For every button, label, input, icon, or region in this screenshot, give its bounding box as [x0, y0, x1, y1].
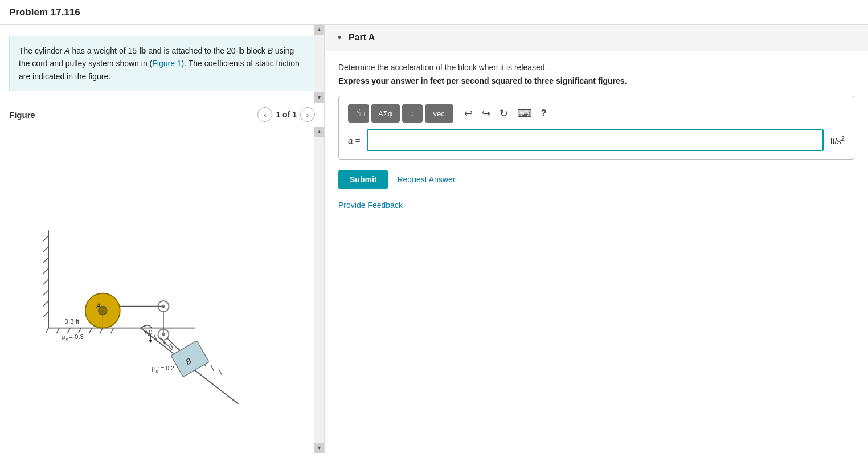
action-row: Submit Request Answer — [338, 170, 854, 189]
reset-icon: ↻ — [499, 107, 508, 120]
svg-line-2 — [56, 328, 59, 333]
reset-button[interactable]: ↻ — [496, 104, 511, 123]
sqrt-icon: □√□ — [353, 109, 365, 118]
svg-point-22 — [162, 304, 165, 308]
mu-s-prime-label: μ — [152, 365, 155, 372]
sigma-icon: ΑΣφ — [378, 109, 392, 118]
submit-button[interactable]: Submit — [338, 170, 388, 189]
figure-prev-button[interactable]: ‹ — [257, 107, 272, 122]
part-chevron-icon: ▼ — [336, 34, 343, 42]
math-btn-sigma[interactable]: ΑΣφ — [371, 104, 400, 123]
cylinder-a-label: A — [95, 302, 100, 310]
answer-input[interactable] — [367, 129, 824, 151]
math-btn-sqrt[interactable]: □√□ — [348, 104, 369, 123]
figure-scroll-container: A 0.3 ft μ s = 0.3 — [0, 127, 324, 453]
svg-line-7 — [110, 328, 113, 333]
problem-text-area: The cylinder A has a weight of 15 lb and… — [0, 25, 324, 103]
svg-line-16 — [43, 312, 48, 317]
vec-icon: vec — [433, 109, 445, 118]
page-indicator: 1 of 1 — [276, 110, 297, 119]
angle-label: 60° — [145, 329, 154, 336]
arrow-icon: ↕ — [410, 109, 414, 118]
svg-line-9 — [43, 235, 48, 241]
help-icon: ? — [541, 108, 547, 119]
toolbar-sep — [457, 107, 457, 120]
svg-line-14 — [43, 290, 48, 296]
part-content: Determine the acceleration of the block … — [325, 51, 868, 453]
figure-scroll-down[interactable]: ▼ — [314, 443, 325, 453]
svg-line-12 — [43, 268, 48, 274]
figure-next-button[interactable]: › — [300, 107, 315, 122]
mu-s-label: μ — [62, 333, 65, 340]
radius-label: 0.3 ft — [64, 318, 79, 325]
part-header: ▼ Part A — [325, 25, 868, 51]
answer-box: □√□ ΑΣφ ↕ vec ↩ ↪ — [338, 96, 854, 160]
figure-nav: ‹ 1 of 1 › — [257, 107, 315, 122]
unit-label: ft/s2 — [830, 134, 845, 146]
scroll-up-arrow[interactable]: ▲ — [314, 25, 325, 35]
text-scrollbar: ▲ ▼ — [314, 25, 324, 103]
svg-rect-39 — [171, 340, 209, 376]
svg-text:': ' — [158, 366, 159, 372]
svg-line-15 — [43, 301, 48, 307]
redo-button[interactable]: ↪ — [478, 104, 494, 123]
keyboard-button[interactable]: ⌨ — [514, 104, 535, 123]
mu-s-sub: s — [65, 336, 68, 342]
block-label-b: B — [268, 46, 273, 55]
cylinder-label-a: A — [64, 46, 69, 55]
figure-content: A 0.3 ft μ s = 0.3 — [0, 127, 324, 453]
svg-line-6 — [100, 328, 103, 333]
scroll-down-arrow[interactable]: ▼ — [314, 92, 325, 103]
figure-label: Figure — [9, 110, 35, 120]
part-label: Part A — [349, 32, 375, 43]
svg-line-35 — [211, 365, 214, 371]
undo-icon: ↩ — [464, 107, 473, 120]
figure-section: Figure ‹ 1 of 1 › — [0, 103, 324, 453]
help-button[interactable]: ? — [538, 104, 550, 123]
svg-line-36 — [219, 370, 222, 376]
figure-scrollbar: ▲ ▼ — [314, 127, 324, 453]
main-layout: The cylinder A has a weight of 15 lb and… — [0, 25, 868, 453]
svg-point-25 — [162, 333, 165, 336]
svg-text:s: s — [155, 368, 158, 373]
svg-line-10 — [43, 246, 48, 252]
svg-line-1 — [46, 328, 48, 333]
keyboard-icon: ⌨ — [517, 107, 532, 120]
question-text: Determine the acceleration of the block … — [338, 63, 854, 72]
svg-line-13 — [43, 279, 48, 285]
scroll-track-top — [314, 35, 325, 92]
figure-scroll-track — [314, 137, 325, 443]
redo-icon: ↪ — [482, 107, 490, 120]
figure-svg: A 0.3 ft μ s = 0.3 — [26, 176, 277, 404]
question-instruction: Express your answer in feet per second s… — [338, 76, 854, 85]
block-b-group: B — [171, 340, 209, 376]
svg-line-4 — [78, 328, 81, 333]
svg-line-11 — [43, 257, 48, 263]
figure-header: Figure ‹ 1 of 1 › — [0, 103, 324, 127]
svg-line-3 — [67, 328, 70, 333]
svg-line-5 — [89, 328, 92, 333]
svg-marker-38 — [149, 340, 152, 343]
input-label: a = — [348, 136, 360, 145]
provide-feedback-link[interactable]: Provide Feedback — [338, 201, 403, 210]
math-toolbar: □√□ ΑΣφ ↕ vec ↩ ↪ — [348, 104, 845, 123]
weight-unit: lb — [139, 46, 146, 55]
page-title: Problem 17.116 — [9, 7, 859, 18]
figure-scroll-up[interactable]: ▲ — [314, 127, 325, 137]
undo-button[interactable]: ↩ — [461, 104, 476, 123]
request-answer-link[interactable]: Request Answer — [397, 175, 455, 184]
figure-drawing: A 0.3 ft μ s = 0.3 — [0, 127, 314, 453]
left-panel: The cylinder A has a weight of 15 lb and… — [0, 25, 325, 453]
svg-text:= 0.2: = 0.2 — [161, 365, 174, 372]
right-panel: ▼ Part A Determine the acceleration of t… — [325, 25, 868, 453]
mu-s-val: = 0.3 — [69, 333, 84, 340]
figure-link[interactable]: Figure 1 — [152, 59, 181, 68]
math-btn-arrow[interactable]: ↕ — [402, 104, 423, 123]
page-header: Problem 17.116 — [0, 0, 868, 25]
input-row: a = ft/s2 — [348, 129, 845, 151]
math-btn-vec[interactable]: vec — [425, 104, 453, 123]
problem-text-box: The cylinder A has a weight of 15 lb and… — [9, 36, 315, 91]
